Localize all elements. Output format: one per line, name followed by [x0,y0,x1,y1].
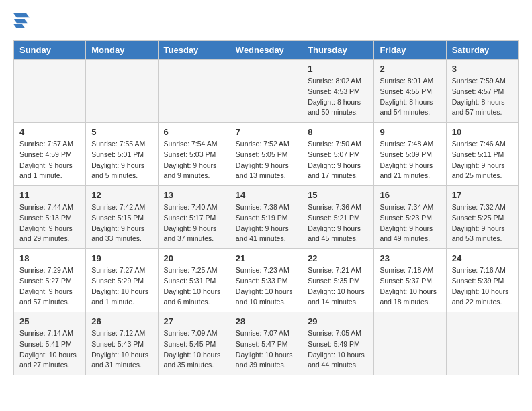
calendar-week-row: 11Sunrise: 7:44 AMSunset: 5:13 PMDayligh… [14,186,519,249]
day-number: 18 [19,253,80,263]
calendar-cell [86,60,158,123]
day-info: Sunrise: 8:02 AMSunset: 4:53 PMDaylight:… [308,76,368,118]
day-number: 22 [308,253,368,263]
day-info: Sunrise: 7:52 AMSunset: 5:05 PMDaylight:… [236,139,296,181]
day-number: 4 [19,127,80,137]
calendar-cell [446,312,518,375]
day-info: Sunrise: 7:09 AMSunset: 5:45 PMDaylight:… [164,328,224,371]
day-header-monday: Monday [86,41,158,60]
day-number: 11 [19,190,80,200]
calendar-cell: 27Sunrise: 7:09 AMSunset: 5:45 PMDayligh… [158,312,230,375]
day-info: Sunrise: 7:16 AMSunset: 5:39 PMDaylight:… [452,265,513,308]
day-number: 26 [91,316,152,326]
calendar-cell: 23Sunrise: 7:18 AMSunset: 5:37 PMDayligh… [374,249,446,312]
day-number: 25 [19,316,80,326]
day-number: 9 [380,127,440,137]
day-info: Sunrise: 7:38 AMSunset: 5:19 PMDaylight:… [236,202,296,244]
calendar-cell: 5Sunrise: 7:55 AMSunset: 5:01 PMDaylight… [86,123,158,186]
calendar-table: SundayMondayTuesdayWednesdayThursdayFrid… [13,40,519,375]
calendar-cell: 15Sunrise: 7:36 AMSunset: 5:21 PMDayligh… [302,186,374,249]
calendar-cell: 25Sunrise: 7:14 AMSunset: 5:41 PMDayligh… [14,312,86,375]
calendar-cell [14,60,86,123]
day-header-saturday: Saturday [446,41,518,60]
day-number: 24 [452,253,513,263]
day-info: Sunrise: 7:25 AMSunset: 5:31 PMDaylight:… [164,265,224,308]
day-number: 15 [308,190,368,200]
day-info: Sunrise: 7:48 AMSunset: 5:09 PMDaylight:… [380,139,440,181]
calendar-cell [374,312,446,375]
svg-marker-2 [13,24,25,28]
calendar-cell: 7Sunrise: 7:52 AMSunset: 5:05 PMDaylight… [230,123,302,186]
day-number: 6 [164,127,224,137]
svg-marker-1 [13,19,28,23]
calendar-cell: 8Sunrise: 7:50 AMSunset: 5:07 PMDaylight… [302,123,374,186]
page-header [13,13,519,34]
day-number: 14 [236,190,296,200]
calendar-cell: 11Sunrise: 7:44 AMSunset: 5:13 PMDayligh… [14,186,86,249]
calendar-week-row: 4Sunrise: 7:57 AMSunset: 4:59 PMDaylight… [14,123,519,186]
day-number: 19 [91,253,152,263]
calendar-cell: 20Sunrise: 7:25 AMSunset: 5:31 PMDayligh… [158,249,230,312]
day-info: Sunrise: 7:23 AMSunset: 5:33 PMDaylight:… [236,265,296,308]
day-info: Sunrise: 7:12 AMSunset: 5:43 PMDaylight:… [91,328,152,371]
day-info: Sunrise: 7:50 AMSunset: 5:07 PMDaylight:… [308,139,368,181]
day-info: Sunrise: 7:27 AMSunset: 5:29 PMDaylight:… [91,265,152,308]
calendar-cell: 18Sunrise: 7:29 AMSunset: 5:27 PMDayligh… [14,249,86,312]
day-number: 27 [164,316,224,326]
day-info: Sunrise: 7:29 AMSunset: 5:27 PMDaylight:… [19,265,80,308]
day-number: 5 [91,127,152,137]
day-number: 12 [91,190,152,200]
day-header-sunday: Sunday [14,41,86,60]
day-number: 23 [380,253,440,263]
day-info: Sunrise: 7:14 AMSunset: 5:41 PMDaylight:… [19,328,80,371]
calendar-cell [230,60,302,123]
calendar-cell: 3Sunrise: 7:59 AMSunset: 4:57 PMDaylight… [446,60,518,123]
calendar-cell: 4Sunrise: 7:57 AMSunset: 4:59 PMDaylight… [14,123,86,186]
day-number: 17 [452,190,513,200]
calendar-cell: 16Sunrise: 7:34 AMSunset: 5:23 PMDayligh… [374,186,446,249]
day-number: 10 [452,127,513,137]
day-header-wednesday: Wednesday [230,41,302,60]
logo [13,13,32,34]
calendar-header-row: SundayMondayTuesdayWednesdayThursdayFrid… [14,41,519,60]
day-info: Sunrise: 8:01 AMSunset: 4:55 PMDaylight:… [380,76,440,118]
day-info: Sunrise: 7:55 AMSunset: 5:01 PMDaylight:… [91,139,152,181]
day-number: 7 [236,127,296,137]
day-number: 16 [380,190,440,200]
day-info: Sunrise: 7:05 AMSunset: 5:49 PMDaylight:… [308,328,368,371]
calendar-week-row: 25Sunrise: 7:14 AMSunset: 5:41 PMDayligh… [14,312,519,375]
day-header-tuesday: Tuesday [158,41,230,60]
calendar-cell: 1Sunrise: 8:02 AMSunset: 4:53 PMDaylight… [302,60,374,123]
day-number: 1 [308,64,368,74]
day-info: Sunrise: 7:42 AMSunset: 5:15 PMDaylight:… [91,202,152,244]
calendar-cell: 22Sunrise: 7:21 AMSunset: 5:35 PMDayligh… [302,249,374,312]
calendar-cell: 12Sunrise: 7:42 AMSunset: 5:15 PMDayligh… [86,186,158,249]
day-number: 21 [236,253,296,263]
day-info: Sunrise: 7:57 AMSunset: 4:59 PMDaylight:… [19,139,80,181]
day-number: 20 [164,253,224,263]
day-number: 29 [308,316,368,326]
calendar-cell: 13Sunrise: 7:40 AMSunset: 5:17 PMDayligh… [158,186,230,249]
day-info: Sunrise: 7:54 AMSunset: 5:03 PMDaylight:… [164,139,224,181]
day-info: Sunrise: 7:32 AMSunset: 5:25 PMDaylight:… [452,202,513,244]
calendar-cell: 21Sunrise: 7:23 AMSunset: 5:33 PMDayligh… [230,249,302,312]
day-info: Sunrise: 7:44 AMSunset: 5:13 PMDaylight:… [19,202,80,244]
day-number: 2 [380,64,440,74]
day-info: Sunrise: 7:59 AMSunset: 4:57 PMDaylight:… [452,76,513,118]
calendar-cell [158,60,230,123]
day-number: 8 [308,127,368,137]
calendar-cell: 2Sunrise: 8:01 AMSunset: 4:55 PMDaylight… [374,60,446,123]
calendar-cell: 9Sunrise: 7:48 AMSunset: 5:09 PMDaylight… [374,123,446,186]
day-info: Sunrise: 7:40 AMSunset: 5:17 PMDaylight:… [164,202,224,244]
calendar-cell: 6Sunrise: 7:54 AMSunset: 5:03 PMDaylight… [158,123,230,186]
calendar-cell: 17Sunrise: 7:32 AMSunset: 5:25 PMDayligh… [446,186,518,249]
calendar-cell: 26Sunrise: 7:12 AMSunset: 5:43 PMDayligh… [86,312,158,375]
day-info: Sunrise: 7:07 AMSunset: 5:47 PMDaylight:… [236,328,296,371]
day-number: 28 [236,316,296,326]
day-info: Sunrise: 7:18 AMSunset: 5:37 PMDaylight:… [380,265,440,308]
calendar-week-row: 18Sunrise: 7:29 AMSunset: 5:27 PMDayligh… [14,249,519,312]
day-header-thursday: Thursday [302,41,374,60]
logo-icon [13,13,30,34]
calendar-week-row: 1Sunrise: 8:02 AMSunset: 4:53 PMDaylight… [14,60,519,123]
calendar-cell: 19Sunrise: 7:27 AMSunset: 5:29 PMDayligh… [86,249,158,312]
